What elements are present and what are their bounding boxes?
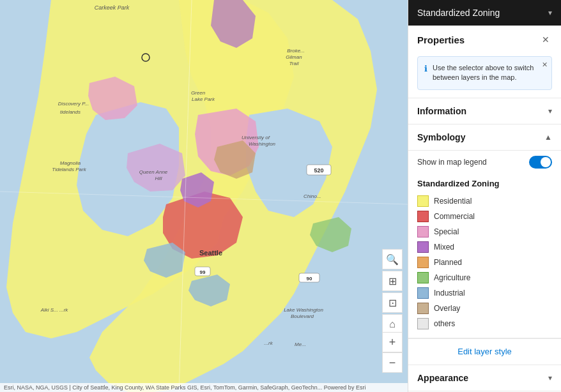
show-legend-row: Show in map legend	[408, 151, 561, 175]
legend-label: Agriculture	[434, 273, 470, 282]
legend-label: Planned	[434, 258, 462, 267]
legend-item: Planned	[417, 255, 552, 270]
svg-text:99: 99	[200, 269, 206, 275]
svg-text:Broke...: Broke...	[287, 48, 305, 54]
svg-text:Gilman: Gilman	[286, 54, 302, 60]
legend-label: others	[434, 319, 455, 328]
information-title: Information	[417, 106, 466, 116]
map-attribution: Esri, NASA, NGA, USGS | City of Seattle,…	[0, 383, 408, 392]
svg-text:Me...: Me...	[295, 342, 306, 347]
legend-item: Overlay	[417, 301, 552, 316]
show-legend-toggle[interactable]	[529, 156, 552, 169]
legend-item: Residential	[417, 193, 552, 209]
svg-text:Discovery P...: Discovery P...	[58, 101, 89, 107]
legend-item: Industrial	[417, 285, 552, 301]
svg-text:University of: University of	[242, 135, 270, 140]
legend-swatch	[417, 195, 429, 207]
svg-text:Chino...: Chino...	[304, 193, 321, 199]
legend-swatch	[417, 272, 429, 283]
svg-text:Lake Park: Lake Park	[192, 96, 215, 102]
properties-section: Properties ✕ ℹ Use the selector above to…	[408, 26, 561, 98]
legend-section: Standardized Zoning ResidentialCommercia…	[408, 175, 561, 338]
show-legend-label: Show in map legend	[417, 158, 487, 167]
svg-text:90: 90	[307, 276, 312, 282]
symbology-title: Symbology	[417, 132, 465, 142]
svg-text:tidelands: tidelands	[60, 109, 81, 115]
svg-text:Seattle: Seattle	[199, 249, 222, 257]
search-tool-button[interactable]: 🔍	[382, 249, 403, 269]
edit-layer-style-row: Edit layer style	[408, 338, 561, 365]
legend-item: Agriculture	[417, 270, 552, 285]
appearance-title: Appearance	[417, 373, 468, 383]
legend-label: Industrial	[434, 289, 465, 298]
legend-label: Overlay	[434, 304, 460, 313]
legend-swatch	[417, 303, 429, 314]
zoom-out-button[interactable]: −	[382, 352, 403, 373]
map-tools: 🔍 ⊞ ⊡ ⌂	[382, 249, 403, 335]
svg-text:...rk: ...rk	[264, 340, 273, 346]
legend-item: Mixed	[417, 239, 552, 255]
legend-items-list: ResidentialCommercialSpecialMixedPlanned…	[417, 193, 552, 331]
svg-text:Washington: Washington	[249, 141, 276, 147]
appearance-section-header[interactable]: Appearance ▾	[408, 365, 561, 391]
svg-text:Queen Anne: Queen Anne	[139, 169, 168, 175]
info-banner: ℹ Use the selector above to switch betwe…	[417, 56, 552, 90]
legend-label: Commercial	[434, 212, 475, 221]
legend-title: Standardized Zoning	[417, 179, 552, 188]
symbology-section-header[interactable]: Symbology ▲	[408, 124, 561, 151]
svg-text:Alki S... ...rk: Alki S... ...rk	[40, 307, 69, 313]
svg-text:Boulevard: Boulevard	[291, 313, 314, 319]
zoom-controls: + −	[382, 332, 403, 373]
legend-swatch	[417, 226, 429, 237]
legend-label: Mixed	[434, 243, 454, 252]
information-section-header[interactable]: Information ▾	[408, 98, 561, 124]
properties-title: Properties	[417, 34, 465, 45]
svg-text:Green: Green	[191, 90, 206, 96]
svg-text:Carkeek Park: Carkeek Park	[95, 4, 130, 11]
panel-header-title: Standardized Zoning	[417, 8, 500, 18]
legend-item: Commercial	[417, 209, 552, 224]
info-icon: ℹ	[424, 64, 427, 73]
legend-swatch	[417, 287, 429, 299]
properties-close-button[interactable]: ✕	[539, 33, 552, 46]
legend-swatch	[417, 211, 429, 222]
symbology-section: Symbology ▲ Show in map legend Standardi…	[408, 124, 561, 338]
monitor-tool-button[interactable]: ⊡	[382, 292, 403, 313]
svg-text:Tidelands Park: Tidelands Park	[52, 167, 86, 172]
symbology-chevron-icon: ▲	[544, 133, 552, 142]
legend-item: others	[417, 316, 552, 331]
svg-text:Trail: Trail	[289, 61, 299, 66]
svg-text:Hill: Hill	[155, 176, 162, 181]
legend-swatch	[417, 241, 429, 253]
map-container[interactable]: 520 90 99 Carkeek Park Discovery P... ti…	[0, 0, 408, 392]
information-chevron-icon: ▾	[548, 107, 552, 116]
info-banner-text: Use the selector above to switch between…	[433, 63, 545, 83]
zoom-in-button[interactable]: +	[382, 332, 403, 352]
properties-header: Properties ✕	[408, 26, 561, 54]
legend-swatch	[417, 318, 429, 329]
edit-layer-style-link[interactable]: Edit layer style	[457, 347, 512, 356]
svg-text:Lake Washington: Lake Washington	[284, 307, 323, 313]
legend-label: Special	[434, 227, 459, 236]
right-panel: Standardized Zoning ▾ Properties ✕ ℹ Use…	[408, 0, 561, 392]
legend-label: Residential	[434, 197, 472, 206]
panel-header-chevron-icon[interactable]: ▾	[548, 8, 552, 17]
svg-text:520: 520	[314, 167, 323, 174]
info-banner-close-button[interactable]: ✕	[542, 61, 548, 69]
appearance-chevron-icon: ▾	[548, 373, 552, 382]
layers-tool-button[interactable]: ⊞	[382, 271, 403, 291]
legend-item: Special	[417, 224, 552, 239]
legend-swatch	[417, 257, 429, 268]
svg-text:Magnolia: Magnolia	[60, 160, 81, 166]
panel-header: Standardized Zoning ▾	[408, 0, 561, 26]
